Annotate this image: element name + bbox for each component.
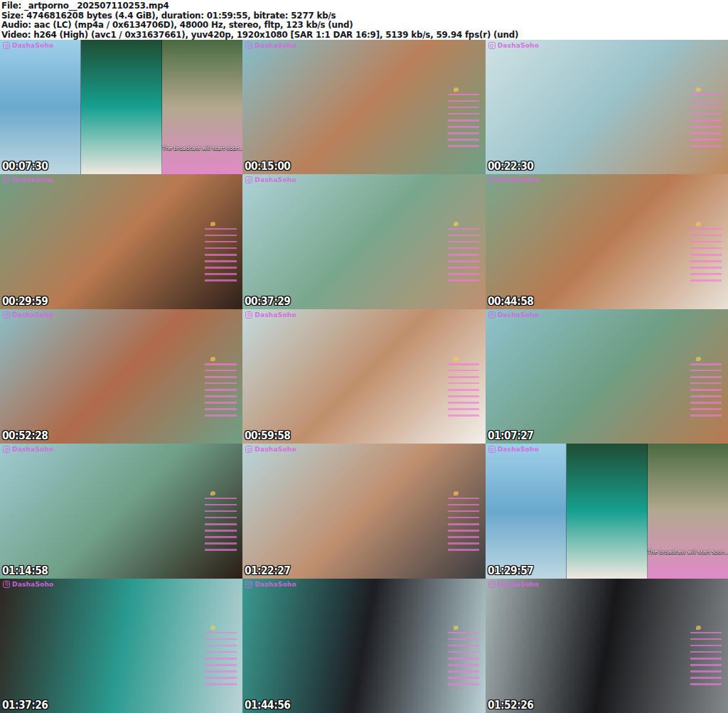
instagram-icon <box>3 581 10 588</box>
timestamp-overlay: 00:07:30 <box>2 160 48 173</box>
watermark: DashaSoho <box>245 311 296 318</box>
watermark: DashaSoho <box>245 42 296 49</box>
video-thumbnail: DashaSoho 00:22:30 <box>486 40 728 174</box>
timestamp-overlay: 01:07:27 <box>488 429 533 442</box>
watermark-text: DashaSoho <box>12 42 53 49</box>
watermark-text: DashaSoho <box>498 311 539 318</box>
timestamp-overlay: 00:44:58 <box>488 295 533 308</box>
instagram-icon <box>245 176 252 183</box>
watermark: DashaSoho <box>488 581 539 588</box>
video-thumbnail: DashaSoho 00:37:29 <box>242 174 485 309</box>
instagram-icon <box>3 176 10 183</box>
watermark: DashaSoho <box>245 446 296 453</box>
size-info-line: Size: 4746816208 bytes (4.4 GiB), durati… <box>1 11 685 21</box>
montage-panel-pool <box>567 444 648 578</box>
timestamp-overlay: 00:59:58 <box>245 429 290 442</box>
tip-menu-overlay <box>205 228 236 285</box>
instagram-icon <box>245 42 252 49</box>
montage-panel-beach <box>0 40 81 174</box>
video-info-line: Video: h264 (High) (avc1 / 0x31637661), … <box>1 30 685 40</box>
watermark: DashaSoho <box>3 311 53 318</box>
watermark-text: DashaSoho <box>12 581 53 588</box>
video-thumbnail: DashaSoho 01:14:58 <box>0 444 242 578</box>
watermark: DashaSoho <box>3 176 53 183</box>
video-thumbnail: DashaSoho 01:22:27 <box>242 444 485 578</box>
tip-menu-overlay <box>448 228 479 285</box>
watermark-text: DashaSoho <box>498 176 539 183</box>
tip-menu-overlay <box>690 363 722 420</box>
watermark: DashaSoho <box>488 42 539 49</box>
instagram-icon <box>488 581 496 588</box>
watermark: DashaSoho <box>488 446 539 453</box>
instagram-icon <box>488 176 496 183</box>
media-info-header: File: _artporno__202507110253.mp4 Size: … <box>0 0 728 40</box>
timestamp-overlay: 01:52:26 <box>488 699 533 712</box>
thumbnail-grid: The broadcast will start soon... DashaSo… <box>0 40 728 713</box>
watermark: DashaSoho <box>3 42 53 49</box>
video-thumbnail: The broadcast will start soon... DashaSo… <box>0 40 242 174</box>
video-thumbnail: DashaSoho 01:44:56 <box>242 579 485 713</box>
instagram-icon <box>488 446 496 453</box>
video-thumbnail: DashaSoho 01:37:26 <box>0 579 242 713</box>
broadcast-caption: The broadcast will start soon... <box>162 145 242 151</box>
tip-menu-overlay <box>690 94 722 151</box>
watermark-text: DashaSoho <box>12 446 53 453</box>
instagram-icon <box>3 311 10 318</box>
audio-info-line: Audio: aac (LC) (mp4a / 0x6134706D), 480… <box>1 20 685 30</box>
timestamp-overlay: 00:22:30 <box>488 160 533 173</box>
instagram-icon <box>245 581 252 588</box>
watermark: DashaSoho <box>3 446 53 453</box>
tip-menu-overlay <box>690 228 722 285</box>
instagram-icon <box>488 311 496 318</box>
timestamp-overlay: 00:29:59 <box>2 295 48 308</box>
timestamp-overlay: 00:15:00 <box>245 160 290 173</box>
watermark-text: DashaSoho <box>12 311 53 318</box>
broadcast-caption: The broadcast will start soon... <box>648 549 728 555</box>
instagram-icon <box>488 42 496 49</box>
video-thumbnail: DashaSoho 01:07:27 <box>486 309 728 444</box>
tip-menu-overlay <box>690 632 722 689</box>
instagram-icon <box>245 311 252 318</box>
video-thumbnail: The broadcast will start soon... DashaSo… <box>486 444 728 578</box>
timestamp-overlay: 01:22:27 <box>245 564 290 577</box>
watermark-text: DashaSoho <box>12 176 53 183</box>
video-thumbnail: DashaSoho 00:59:58 <box>242 309 485 444</box>
tip-menu-overlay <box>205 498 236 554</box>
montage-panel-beach <box>486 444 567 578</box>
watermark-text: DashaSoho <box>498 581 539 588</box>
watermark-text: DashaSoho <box>498 42 539 49</box>
montage-panels: The broadcast will start soon... <box>0 40 242 174</box>
tip-menu-overlay <box>448 498 479 554</box>
video-thumbnail: DashaSoho 00:29:59 <box>0 174 242 309</box>
watermark-text: DashaSoho <box>255 581 296 588</box>
watermark-text: DashaSoho <box>255 446 296 453</box>
watermark: DashaSoho <box>488 311 539 318</box>
watermark: DashaSoho <box>245 176 296 183</box>
timestamp-overlay: 00:52:28 <box>2 429 48 442</box>
timestamp-overlay: 01:29:57 <box>488 564 533 577</box>
video-thumbnail: DashaSoho 00:52:28 <box>0 309 242 444</box>
montage-panels: The broadcast will start soon... <box>486 444 728 578</box>
tip-menu-overlay <box>205 363 236 420</box>
tip-menu-overlay <box>205 632 236 689</box>
watermark: DashaSoho <box>488 176 539 183</box>
timestamp-overlay: 01:44:56 <box>245 699 290 712</box>
video-thumbnail: DashaSoho 01:52:26 <box>486 579 728 713</box>
watermark: DashaSoho <box>3 581 53 588</box>
watermark-text: DashaSoho <box>255 42 296 49</box>
montage-panel-rocks: The broadcast will start soon... <box>162 40 242 174</box>
watermark-text: DashaSoho <box>255 311 296 318</box>
instagram-icon <box>3 42 10 49</box>
file-info-line: File: _artporno__202507110253.mp4 <box>1 1 685 11</box>
montage-panel-pool <box>81 40 162 174</box>
video-thumbnail: DashaSoho 00:15:00 <box>242 40 485 174</box>
timestamp-overlay: 00:37:29 <box>245 295 290 308</box>
timestamp-overlay: 01:14:58 <box>2 564 48 577</box>
timestamp-overlay: 01:37:26 <box>2 699 48 712</box>
video-thumbnail: DashaSoho 00:44:58 <box>486 174 728 309</box>
tip-menu-overlay <box>448 632 479 689</box>
montage-panel-rocks: The broadcast will start soon... <box>648 444 728 578</box>
tip-menu-overlay <box>448 94 479 151</box>
instagram-icon <box>3 446 10 453</box>
watermark-text: DashaSoho <box>255 176 296 183</box>
